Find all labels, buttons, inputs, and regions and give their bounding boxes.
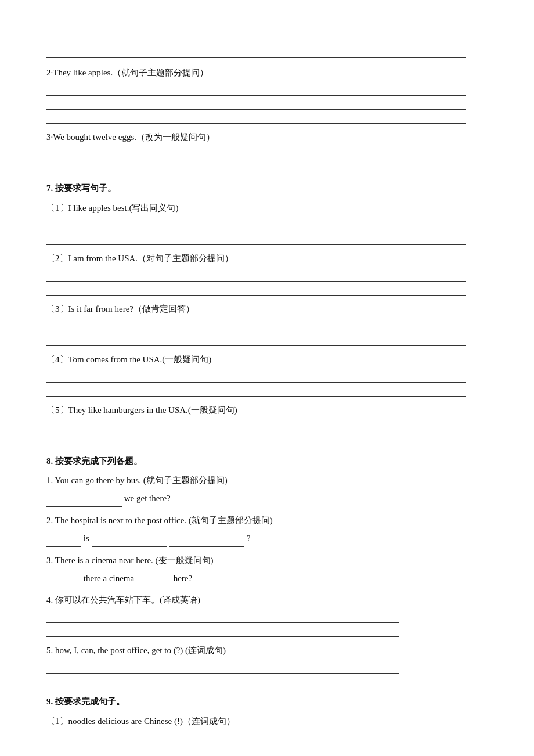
s8-q3-mid: there a cinema xyxy=(84,574,136,583)
s7-q1-line-2 xyxy=(46,232,466,245)
s8-q1-blank-1 xyxy=(46,496,122,507)
s8-q5-text: 5. how, I, can, the post office, get to … xyxy=(46,643,488,658)
question-3-text: 3·We bought twelve eggs.（改为一般疑问句） xyxy=(46,129,488,145)
section-9-title: 9. 按要求完成句子。 xyxy=(46,693,488,710)
s7-q2-text: 〔2〕I am from the USA.（对句子主题部分提问） xyxy=(46,251,488,267)
section-8-item-1: 1. You can go there by bus. (就句子主题部分提问) … xyxy=(46,473,488,507)
s9-q1-line-1 xyxy=(46,732,399,744)
s8-q2-text: 2. The hospital is next to the post offi… xyxy=(46,513,488,528)
s8-q5-line-1 xyxy=(46,661,399,674)
s7-q2-line-1 xyxy=(46,269,466,282)
question-3-lines xyxy=(46,147,488,174)
s8-q3-fill: there a cinema here? xyxy=(46,571,488,587)
question-3-block: 3·We bought twelve eggs.（改为一般疑问句） xyxy=(46,129,488,174)
q3-line-2 xyxy=(46,161,466,174)
s8-q2-blank-3 xyxy=(169,537,244,547)
s8-q5-line-2 xyxy=(46,675,399,687)
question-2-text: 2·They like apples.（就句子主题部分提问） xyxy=(46,65,488,81)
section-8-item-3: 3. There is a cinema near here. (变一般疑问句)… xyxy=(46,553,488,587)
s8-q2-is: is xyxy=(84,534,92,543)
s7-q4-line-2 xyxy=(46,384,466,397)
section-8-item-2: 2. The hospital is next to the post offi… xyxy=(46,513,488,547)
s8-q3-blank-1 xyxy=(46,576,81,586)
s8-q2-blank-2 xyxy=(92,537,167,547)
s8-q4-text: 4. 你可以在公共汽车站下车。(译成英语) xyxy=(46,592,488,608)
section-8-block: 8. 按要求完成下列各题。 1. You can go there by bus… xyxy=(46,453,488,688)
s8-q4-line-2 xyxy=(46,624,399,637)
q2-line-1 xyxy=(46,83,466,96)
top-line-1 xyxy=(46,17,466,30)
question-2-block: 2·They like apples.（就句子主题部分提问） xyxy=(46,65,488,124)
section-9-block: 9. 按要求完成句子。 〔1〕noodles delicious are Chi… xyxy=(46,693,488,756)
q2-line-2 xyxy=(46,97,466,110)
s9-q1-text: 〔1〕noodles delicious are Chinese (!)（连词成… xyxy=(46,714,488,729)
s8-q3-blank-2 xyxy=(136,576,171,586)
s7-q3-line-1 xyxy=(46,319,466,332)
s7-q5-line-2 xyxy=(46,434,466,447)
section-8-title: 8. 按要求完成下列各题。 xyxy=(46,453,488,470)
s7-q3-line-2 xyxy=(46,333,466,346)
question-2-lines xyxy=(46,83,488,124)
s7-q1-text: 〔1〕I like apples best.(写出同义句) xyxy=(46,200,488,216)
s9-q1-line-2 xyxy=(46,746,399,756)
s7-q4-line-1 xyxy=(46,370,466,383)
section-8-item-5: 5. how, I, can, the post office, get to … xyxy=(46,643,488,687)
s8-q2-fill: is ? xyxy=(46,531,488,547)
section-7-item-3: 〔3〕Is it far from here?（做肯定回答） xyxy=(46,301,488,346)
top-line-3 xyxy=(46,45,466,58)
s8-q2-question: ? xyxy=(247,534,251,543)
section-7-item-5: 〔5〕They like hamburgers in the USA.(一般疑问… xyxy=(46,402,488,447)
s8-q3-text: 3. There is a cinema near here. (变一般疑问句) xyxy=(46,553,488,568)
page-content: 2·They like apples.（就句子主题部分提问） 3·We boug… xyxy=(46,17,488,756)
section-9-item-1: 〔1〕noodles delicious are Chinese (!)（连词成… xyxy=(46,714,488,756)
s7-q5-line-1 xyxy=(46,420,466,433)
section-7-item-2: 〔2〕I am from the USA.（对句子主题部分提问） xyxy=(46,251,488,296)
s8-q1-suffix: we get there? xyxy=(124,494,171,503)
q2-line-3 xyxy=(46,111,466,124)
section-7-title: 7. 按要求写句子。 xyxy=(46,180,488,197)
section-7-block: 7. 按要求写句子。 〔1〕I like apples best.(写出同义句)… xyxy=(46,180,488,447)
q3-line-1 xyxy=(46,147,466,160)
top-line-2 xyxy=(46,31,466,44)
s8-q3-here: here? xyxy=(174,574,192,583)
s7-q5-text: 〔5〕They like hamburgers in the USA.(一般疑问… xyxy=(46,402,488,418)
s7-q2-line-2 xyxy=(46,283,466,296)
s8-q1-text: 1. You can go there by bus. (就句子主题部分提问) xyxy=(46,473,488,488)
s7-q3-text: 〔3〕Is it far from here?（做肯定回答） xyxy=(46,301,488,317)
section-7-item-4: 〔4〕Tom comes from the USA.(一般疑问句) xyxy=(46,352,488,397)
s8-q4-line-1 xyxy=(46,610,399,623)
section-7-item-1: 〔1〕I like apples best.(写出同义句) xyxy=(46,200,488,245)
s8-q2-blank-1 xyxy=(46,537,81,547)
s7-q1-line-1 xyxy=(46,218,466,231)
section-8-item-4: 4. 你可以在公共汽车站下车。(译成英语) xyxy=(46,592,488,637)
s8-q1-fill: we get there? xyxy=(46,491,488,507)
top-answer-lines xyxy=(46,17,488,58)
s7-q4-text: 〔4〕Tom comes from the USA.(一般疑问句) xyxy=(46,352,488,368)
